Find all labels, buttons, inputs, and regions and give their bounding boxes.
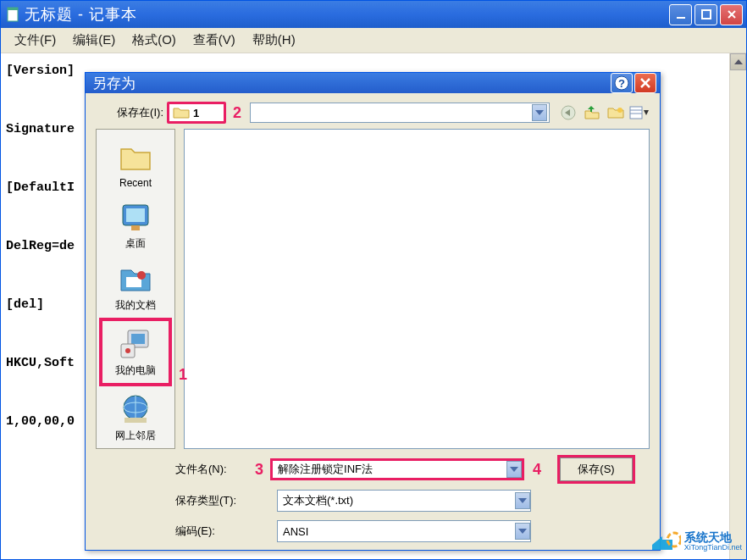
encoding-label: 编码(E):	[175, 524, 252, 539]
svg-rect-2	[677, 17, 685, 19]
vertical-scrollbar[interactable]	[729, 53, 746, 559]
encoding-value: ANSI	[283, 525, 515, 538]
filename-value: 解除注册锁定INF法	[278, 462, 506, 477]
svg-rect-3	[702, 10, 711, 19]
svg-text:?: ?	[618, 77, 625, 90]
save-button[interactable]: 保存(S)	[560, 457, 633, 481]
annotation-4: 4	[533, 461, 541, 479]
menu-format[interactable]: 格式(O)	[124, 29, 185, 52]
sidebar-mydocs-label: 我的文档	[115, 298, 156, 313]
sidebar-item-mycomputer[interactable]: 我的电脑	[99, 318, 172, 386]
svg-rect-26	[131, 334, 145, 344]
svg-rect-1	[8, 8, 18, 10]
menu-edit[interactable]: 编辑(E)	[64, 29, 124, 52]
dialog-help-button[interactable]: ?	[611, 73, 633, 93]
sidebar-item-recent[interactable]: Recent	[100, 135, 171, 194]
minimize-button[interactable]	[669, 4, 692, 25]
savein-label: 保存在(I):	[96, 105, 163, 120]
dialog-titlebar[interactable]: 另存为 ?	[86, 73, 660, 93]
sidebar-network-label: 网上邻居	[115, 429, 156, 443]
filetype-value: 文本文档(*.txt)	[283, 493, 515, 508]
savein-folder-display[interactable]: 1	[167, 102, 226, 124]
sidebar-recent-label: Recent	[119, 177, 152, 189]
mycomputer-icon	[118, 326, 153, 362]
notepad-icon	[4, 6, 21, 23]
annotation-2: 2	[233, 104, 241, 122]
save-as-dialog: 另存为 ? 保存在(I): 1 2 Recent	[85, 72, 661, 551]
filename-input[interactable]: 解除注册锁定INF法	[270, 458, 524, 480]
maximize-button[interactable]	[694, 4, 717, 25]
save-button-label: 保存(S)	[578, 462, 614, 477]
chevron-down-icon[interactable]	[532, 104, 547, 121]
svg-marker-35	[518, 529, 527, 534]
nav-back-button[interactable]	[558, 103, 578, 122]
encoding-combo[interactable]: ANSI	[277, 520, 531, 542]
menu-file[interactable]: 文件(F)	[6, 29, 64, 52]
svg-marker-6	[734, 59, 743, 64]
new-folder-button[interactable]	[606, 103, 626, 122]
annotation-3: 3	[255, 461, 263, 479]
svg-rect-16	[630, 107, 642, 119]
sidebar-desktop-label: 桌面	[125, 236, 146, 251]
svg-point-15	[617, 108, 622, 113]
svg-rect-32	[125, 418, 147, 423]
view-menu-button[interactable]	[629, 103, 650, 122]
notepad-titlebar[interactable]: 无标题 - 记事本	[1, 1, 746, 28]
dialog-title-text: 另存为	[89, 74, 611, 93]
svg-point-24	[137, 271, 146, 280]
chevron-down-icon[interactable]	[506, 461, 522, 478]
chevron-down-icon[interactable]	[515, 523, 530, 540]
mydocuments-icon	[118, 261, 153, 297]
sidebar-mycomputer-label: 我的电脑	[115, 363, 156, 378]
svg-rect-21	[126, 208, 145, 222]
places-sidebar: Recent 桌面 我的文档 我的电脑 网上邻居	[96, 129, 175, 449]
savein-combo[interactable]	[250, 103, 550, 123]
menu-view[interactable]: 查看(V)	[185, 29, 244, 52]
svg-rect-22	[131, 225, 140, 230]
file-list-area[interactable]	[184, 129, 650, 449]
sidebar-item-desktop[interactable]: 桌面	[100, 194, 171, 256]
notepad-menubar: 文件(F) 编辑(E) 格式(O) 查看(V) 帮助(H)	[1, 28, 746, 53]
dialog-middle: Recent 桌面 我的文档 我的电脑 网上邻居 1	[86, 129, 660, 449]
scroll-up-arrow[interactable]	[730, 53, 746, 70]
filetype-combo[interactable]: 文本文档(*.txt)	[277, 490, 531, 512]
watermark-line2: XiTongTianDi.net	[684, 543, 742, 552]
svg-marker-11	[535, 110, 544, 115]
desktop-icon	[118, 199, 153, 235]
menu-help[interactable]: 帮助(H)	[244, 29, 304, 52]
filename-label: 文件名(N):	[175, 462, 252, 477]
savein-value: 1	[193, 107, 199, 119]
watermark-line1: 系统天地	[684, 531, 742, 543]
svg-marker-34	[518, 498, 527, 503]
sidebar-item-mydocs[interactable]: 我的文档	[100, 256, 171, 318]
watermark-logo-icon	[650, 528, 681, 555]
dialog-close-button[interactable]	[634, 73, 656, 93]
network-icon	[118, 391, 153, 427]
svg-marker-19	[644, 110, 649, 115]
filetype-label: 保存类型(T):	[175, 493, 252, 508]
chevron-down-icon[interactable]	[515, 492, 530, 509]
dialog-savein-row: 保存在(I): 1 2	[86, 93, 660, 129]
svg-point-28	[125, 348, 130, 353]
sidebar-item-network[interactable]: 网上邻居	[100, 386, 171, 448]
notepad-title-text: 无标题 - 记事本	[25, 4, 669, 25]
folder-icon	[173, 106, 190, 119]
close-button[interactable]	[720, 4, 743, 25]
dialog-bottom: 文件名(N): 3 解除注册锁定INF法 4 保存(S) 保存类型(T): 文本…	[86, 449, 660, 560]
annotation-1: 1	[179, 366, 187, 384]
nav-up-button[interactable]	[582, 103, 602, 122]
recent-folder-icon	[118, 140, 153, 175]
watermark: 系统天地 XiTongTianDi.net	[650, 528, 742, 555]
svg-marker-33	[510, 467, 518, 472]
